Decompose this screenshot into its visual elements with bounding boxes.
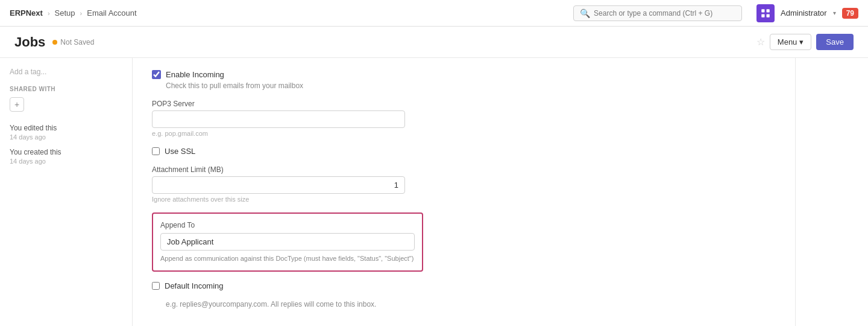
sidebar-activity: You edited this 14 days ago You created … [10, 124, 122, 165]
attachment-limit-hint: Ignore attachments over this size [152, 196, 776, 203]
default-incoming-row: Default Incoming [152, 281, 776, 290]
activity-item-edited: You edited this 14 days ago [10, 124, 122, 141]
default-incoming-checkbox[interactable] [152, 282, 160, 290]
menu-button[interactable]: Menu ▾ [770, 34, 812, 50]
favorite-icon[interactable]: ☆ [756, 36, 765, 48]
append-to-label: Append To [160, 221, 415, 229]
breadcrumb-chevron-2: › [80, 10, 83, 17]
sidebar: Add a tag... SHARED WITH + You edited th… [0, 58, 133, 326]
append-to-input[interactable] [160, 233, 415, 251]
enable-incoming-hint: Check this to pull emails from your mail… [166, 82, 776, 90]
activity-created-text: You created this [10, 148, 122, 156]
form-content: Enable Incoming Check this to pull email… [133, 58, 796, 326]
main-layout: Add a tag... SHARED WITH + You edited th… [0, 58, 868, 326]
top-navigation: ERPNext › Setup › Email Account 🔍 Admini… [0, 0, 868, 27]
attachment-limit-group: Attachment Limit (MB) Ignore attachments… [152, 165, 776, 203]
append-to-section: Append To Append as communication agains… [152, 213, 423, 272]
activity-created-time: 14 days ago [10, 158, 122, 165]
user-dropdown-arrow[interactable]: ▾ [833, 10, 836, 16]
breadcrumb-setup[interactable]: Setup [55, 8, 75, 18]
search-icon: 🔍 [580, 8, 590, 18]
not-saved-indicator: Not Saved [52, 38, 94, 46]
page-title: Jobs [14, 34, 45, 50]
default-incoming-hint: e.g. replies@yourcompany.com. All replie… [166, 300, 776, 308]
menu-dropdown-icon: ▾ [799, 37, 804, 46]
activity-edited-text: You edited this [10, 124, 122, 132]
page-header-left: Jobs Not Saved [14, 34, 94, 50]
pop3-server-hint: e.g. pop.gmail.com [152, 130, 776, 137]
add-share-button[interactable]: + [10, 97, 24, 112]
use-ssl-checkbox[interactable] [152, 147, 160, 155]
svg-rect-2 [761, 14, 764, 17]
pop3-server-input[interactable] [152, 110, 405, 128]
default-incoming-section: Default Incoming e.g. replies@yourcompan… [152, 281, 776, 308]
avatar[interactable] [756, 4, 775, 22]
breadcrumb-email-account[interactable]: Email Account [87, 8, 136, 18]
svg-rect-1 [767, 9, 770, 12]
notification-badge[interactable]: 79 [842, 8, 858, 19]
global-search-box[interactable]: 🔍 [573, 5, 742, 21]
enable-incoming-checkbox[interactable] [152, 70, 161, 79]
page-header: Jobs Not Saved ☆ Menu ▾ Save [0, 27, 868, 58]
svg-rect-3 [767, 14, 770, 17]
enable-incoming-label[interactable]: Enable Incoming [166, 70, 224, 79]
top-nav-right: Administrator ▾ 79 [756, 4, 858, 22]
user-name[interactable]: Administrator [781, 8, 827, 18]
not-saved-dot [52, 40, 57, 45]
pop3-server-label: POP3 Server [152, 100, 776, 108]
shared-with-label: SHARED WITH [10, 86, 122, 92]
default-incoming-label[interactable]: Default Incoming [165, 281, 224, 290]
use-ssl-row: Use SSL [152, 147, 776, 156]
search-input[interactable] [594, 9, 735, 18]
breadcrumb-chevron-1: › [48, 10, 50, 17]
page-header-right: ☆ Menu ▾ Save [756, 34, 854, 50]
append-to-hint: Append as communication against this Doc… [160, 254, 415, 263]
not-saved-label: Not Saved [60, 38, 94, 46]
activity-edited-time: 14 days ago [10, 133, 122, 141]
use-ssl-label[interactable]: Use SSL [165, 147, 195, 156]
activity-item-created: You created this 14 days ago [10, 148, 122, 165]
pop3-server-group: POP3 Server e.g. pop.gmail.com [152, 100, 776, 137]
save-button[interactable]: Save [816, 34, 854, 50]
add-tag-link[interactable]: Add a tag... [10, 68, 122, 76]
attachment-limit-input[interactable] [152, 176, 405, 194]
brand-label[interactable]: ERPNext [10, 8, 43, 18]
menu-label: Menu [778, 37, 797, 46]
right-panel [796, 58, 868, 326]
svg-rect-0 [761, 9, 764, 12]
attachment-limit-label: Attachment Limit (MB) [152, 165, 776, 174]
enable-incoming-row: Enable Incoming [152, 70, 776, 79]
